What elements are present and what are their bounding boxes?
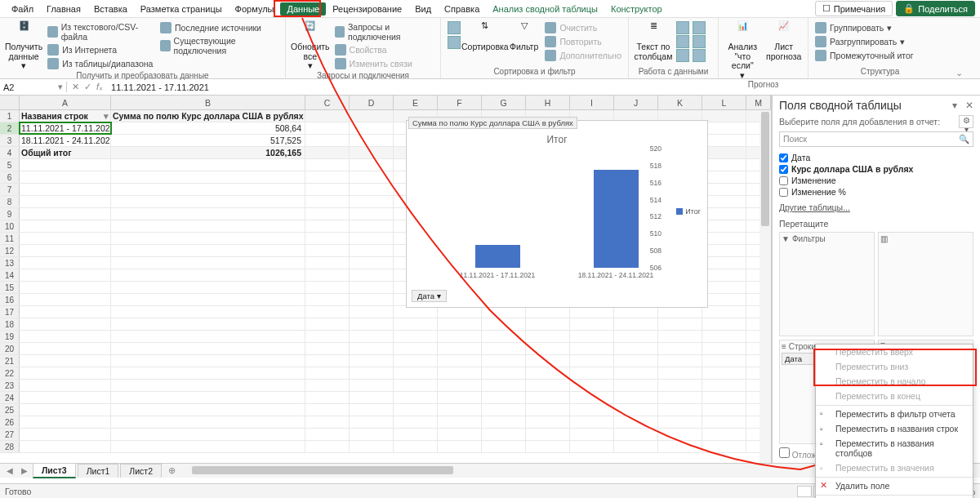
col-header[interactable]: L	[702, 96, 746, 109]
comments-button[interactable]: ☐ Примечания	[815, 1, 893, 16]
area-columns[interactable]: ▥	[878, 232, 973, 336]
context-menu-item: Переместить вверх	[816, 345, 973, 359]
chart-axis-button[interactable]: Дата ▾	[412, 290, 447, 302]
pivot-field-item[interactable]: Дата	[779, 152, 973, 163]
refresh-all-button[interactable]: 🔄 Обновить все ▾	[291, 21, 330, 71]
status-ready: Готово	[5, 487, 31, 496]
ribbon-collapse-button[interactable]: ⌄	[951, 18, 966, 78]
col-header[interactable]: G	[482, 96, 526, 109]
sheet-tab[interactable]: Лист1	[78, 464, 119, 478]
context-menu-item[interactable]: ▫Переместить в названия строк	[816, 421, 973, 436]
pivot-field-item[interactable]: Изменение %	[779, 186, 973, 198]
queries-button[interactable]: Запросы и подключения	[333, 21, 435, 42]
from-web-button[interactable]: Из Интернета	[46, 43, 155, 56]
from-table-button[interactable]: Из таблицы/диапазона	[46, 57, 155, 70]
sort-asc-icon	[448, 21, 461, 34]
relationships-icon[interactable]	[693, 35, 706, 48]
sheet-nav-prev[interactable]: ◀	[3, 466, 16, 475]
pivot-pane-subtitle: Выберите поля для добавления в отчет:	[779, 117, 940, 127]
menu-design[interactable]: Конструктор	[604, 2, 669, 16]
pivot-chart[interactable]: Сумма по полю Курс доллара США в рублях …	[406, 120, 708, 308]
pivot-field-item[interactable]: Курс доллара США в рублях	[779, 163, 973, 175]
menu-data[interactable]: Данные	[280, 2, 326, 16]
chart-field-tag[interactable]: Сумма по полю Курс доллара США в рублях	[408, 117, 577, 129]
ribbon-group-label: Запросы и подключения	[291, 71, 435, 81]
menu-file[interactable]: Файл	[5, 2, 40, 16]
new-sheet-button[interactable]: ⊕	[163, 465, 180, 476]
pivot-search-input[interactable]: Поиск🔍	[779, 131, 973, 147]
view-normal-button[interactable]	[797, 486, 812, 497]
sort-button[interactable]: ⇅Сортировка	[466, 21, 505, 52]
pane-close-icon[interactable]: ✕	[965, 100, 973, 111]
get-data-button[interactable]: 🗄️ Получить данные ▾	[5, 21, 42, 71]
col-header[interactable]: K	[658, 96, 702, 109]
menu-page-layout[interactable]: Разметка страницы	[134, 2, 229, 16]
sheet-area: A B C D E F G H I J K L M 1Названия стро…	[0, 96, 772, 463]
group-button[interactable]: Группировать ▾	[813, 21, 947, 34]
columns-icon: ≣	[644, 21, 663, 41]
data-model-icon[interactable]	[693, 49, 706, 62]
text-to-columns-button[interactable]: ≣Текст по столбцам	[634, 21, 673, 61]
col-header[interactable]: M	[746, 96, 771, 109]
context-menu-item[interactable]: ▫Параметры полей значений...	[816, 495, 973, 498]
col-header[interactable]: A	[20, 96, 111, 109]
name-box[interactable]: A2▾	[0, 82, 67, 92]
filter-button[interactable]: ▽Фильтр	[508, 21, 541, 52]
menu-home[interactable]: Главная	[40, 2, 87, 16]
col-header[interactable]: E	[394, 96, 438, 109]
ribbon-group-label: Получить и преобразовать данные	[5, 71, 280, 81]
col-header[interactable]: D	[350, 96, 394, 109]
recent-sources-button[interactable]: Последние источники	[158, 21, 280, 34]
flash-fill-icon[interactable]	[676, 21, 689, 34]
context-menu-item: Переместить в конец	[816, 389, 973, 403]
col-header[interactable]: J	[614, 96, 658, 109]
formula-input[interactable]: 11.11.2021 - 17.11.2021	[108, 82, 980, 92]
existing-conn-button[interactable]: Существующие подключения	[158, 35, 280, 56]
other-tables-link[interactable]: Другие таблицы...	[779, 202, 973, 212]
context-menu-item: Переместить в начало	[816, 374, 973, 389]
vertical-scrollbar[interactable]	[760, 110, 771, 463]
clear-filter-button: Очистить	[543, 21, 623, 34]
col-header[interactable]: H	[526, 96, 570, 109]
ungroup-button[interactable]: Разгруппировать ▾	[813, 35, 947, 48]
context-menu-item: Переместить вниз	[816, 359, 973, 374]
consolidate-icon[interactable]	[693, 21, 706, 34]
context-menu-item[interactable]: ▫Переместить в фильтр отчета	[816, 405, 973, 421]
col-header[interactable]: B	[111, 96, 305, 109]
from-csv-button[interactable]: Из текстового/CSV-файла	[46, 21, 155, 42]
pane-dropdown-icon[interactable]: ▾	[952, 100, 957, 111]
menu-view[interactable]: Вид	[408, 2, 438, 16]
select-all-corner[interactable]	[0, 96, 20, 109]
menu-help[interactable]: Справка	[438, 2, 486, 16]
sheet-tab[interactable]: Лист2	[120, 464, 162, 478]
menu-review[interactable]: Рецензирование	[326, 2, 408, 16]
forecast-sheet-button[interactable]: 📈Лист прогноза	[765, 21, 804, 61]
menu-insert[interactable]: Вставка	[87, 2, 134, 16]
sheet-tab-active[interactable]: Лист3	[33, 463, 76, 478]
chart-legend: Итог	[676, 207, 701, 216]
refresh-icon: 🔄	[301, 21, 320, 41]
context-menu-item[interactable]: ▫Переместить в названия столбцов	[816, 436, 973, 460]
subtotal-button[interactable]: Промежуточный итог	[813, 49, 947, 62]
ribbon-group-label: Структура	[813, 67, 947, 77]
col-header[interactable]: I	[570, 96, 614, 109]
cancel-icon[interactable]: ✕	[72, 82, 79, 92]
pivot-field-item[interactable]: Изменение	[779, 175, 973, 186]
defer-update-checkbox[interactable]	[779, 447, 790, 458]
context-menu-item[interactable]: ✕Удалить поле	[816, 477, 973, 493]
data-valid-icon[interactable]	[676, 49, 689, 62]
col-header[interactable]: C	[305, 96, 350, 109]
what-if-button[interactable]: 📊Анализ "что если" ▾	[724, 21, 762, 80]
menu-formulas[interactable]: Формулы	[229, 2, 281, 16]
menu-pivot-analyze[interactable]: Анализ сводной таблицы	[486, 2, 604, 16]
confirm-icon[interactable]: ✓	[84, 82, 91, 92]
formula-bar: A2▾ ✕✓fₓ 11.11.2021 - 17.11.2021	[0, 79, 980, 96]
remove-dup-icon[interactable]	[676, 35, 689, 48]
pane-gear-button[interactable]: ⚙ ▾	[959, 115, 973, 128]
sort-az-button[interactable]	[446, 21, 462, 49]
area-filters[interactable]: ▼ Фильтры	[779, 232, 875, 336]
share-button[interactable]: 🔒 Поделиться	[896, 1, 975, 16]
sheet-nav-next[interactable]: ▶	[18, 466, 31, 475]
col-header[interactable]: F	[438, 96, 482, 109]
fx-icon[interactable]: fₓ	[96, 82, 103, 92]
